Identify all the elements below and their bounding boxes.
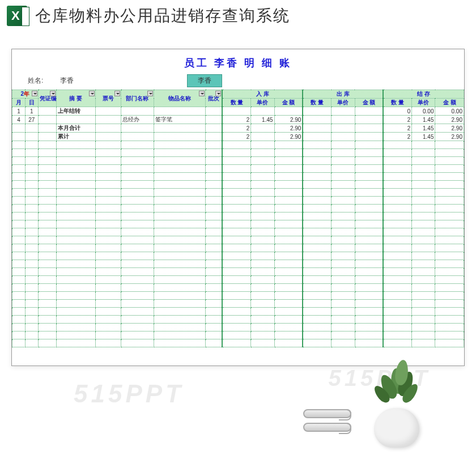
- cell-in-amt[interactable]: [274, 157, 303, 165]
- cell-month[interactable]: [12, 205, 26, 212]
- cell-in-price[interactable]: [251, 173, 274, 181]
- cell-ticket[interactable]: [95, 133, 121, 141]
- cell-month[interactable]: [12, 244, 26, 252]
- cell-summary[interactable]: [56, 292, 95, 300]
- cell-summary[interactable]: [56, 165, 95, 173]
- cell-item[interactable]: [154, 228, 206, 236]
- cell-month[interactable]: [12, 173, 26, 181]
- dropdown-icon[interactable]: [89, 91, 95, 96]
- cell-code[interactable]: [38, 205, 56, 212]
- cell-day[interactable]: [25, 149, 38, 157]
- cell-out-price[interactable]: [332, 308, 355, 316]
- cell-day[interactable]: [25, 300, 38, 308]
- cell-out-amt[interactable]: [355, 107, 383, 116]
- cell-summary[interactable]: [56, 339, 95, 347]
- cell-in-amt[interactable]: [274, 300, 303, 308]
- cell-out-qty[interactable]: [303, 332, 331, 339]
- cell-item[interactable]: [154, 308, 206, 316]
- cell-ticket[interactable]: [95, 141, 121, 149]
- cell-code[interactable]: [38, 173, 56, 181]
- cell-bal-amt[interactable]: 2.90: [435, 124, 464, 133]
- cell-out-qty[interactable]: [303, 276, 331, 284]
- cell-summary[interactable]: 本月合计: [56, 124, 95, 133]
- cell-out-qty[interactable]: [303, 197, 331, 205]
- cell-dept[interactable]: [121, 165, 154, 173]
- cell-summary[interactable]: [56, 141, 95, 149]
- cell-bal-qty[interactable]: [383, 268, 411, 276]
- cell-day[interactable]: [25, 220, 38, 228]
- cell-month[interactable]: [12, 300, 26, 308]
- cell-day[interactable]: [25, 124, 38, 133]
- cell-out-qty[interactable]: [303, 252, 331, 260]
- cell-out-amt[interactable]: [355, 157, 383, 165]
- cell-bal-qty[interactable]: [383, 165, 411, 173]
- table-row[interactable]: 本月合计22.9021.452.90: [12, 124, 464, 133]
- cell-summary[interactable]: [56, 197, 95, 205]
- cell-dept[interactable]: [121, 236, 154, 244]
- cell-in-qty[interactable]: [222, 220, 250, 228]
- cell-in-qty[interactable]: [222, 173, 250, 181]
- cell-day[interactable]: [25, 212, 38, 220]
- cell-item[interactable]: [154, 292, 206, 300]
- cell-out-price[interactable]: [332, 228, 355, 236]
- cell-bal-amt[interactable]: [435, 205, 464, 212]
- cell-dept[interactable]: [121, 300, 154, 308]
- cell-out-price[interactable]: [332, 181, 355, 189]
- cell-month[interactable]: [12, 212, 26, 220]
- cell-out-price[interactable]: [332, 205, 355, 212]
- cell-batch[interactable]: [206, 189, 223, 197]
- cell-month[interactable]: [12, 332, 26, 339]
- cell-batch[interactable]: [206, 252, 223, 260]
- cell-in-price[interactable]: [251, 124, 274, 133]
- cell-in-amt[interactable]: [274, 165, 303, 173]
- cell-out-price[interactable]: [332, 236, 355, 244]
- cell-in-price[interactable]: [251, 165, 274, 173]
- cell-code[interactable]: [38, 268, 56, 276]
- cell-batch[interactable]: [206, 339, 223, 347]
- cell-out-amt[interactable]: [355, 276, 383, 284]
- cell-day[interactable]: [25, 157, 38, 165]
- table-row[interactable]: [12, 332, 464, 339]
- cell-batch[interactable]: [206, 284, 223, 292]
- cell-item[interactable]: [154, 173, 206, 181]
- cell-ticket[interactable]: [95, 292, 121, 300]
- cell-in-amt[interactable]: [274, 107, 303, 116]
- cell-out-price[interactable]: [332, 133, 355, 141]
- cell-out-amt[interactable]: [355, 339, 383, 347]
- cell-bal-amt[interactable]: [435, 332, 464, 339]
- cell-bal-amt[interactable]: [435, 284, 464, 292]
- cell-ticket[interactable]: [95, 300, 121, 308]
- table-row[interactable]: [12, 324, 464, 332]
- cell-bal-amt[interactable]: 2.90: [435, 133, 464, 141]
- table-row[interactable]: [12, 228, 464, 236]
- cell-bal-amt[interactable]: [435, 197, 464, 205]
- cell-bal-amt[interactable]: [435, 181, 464, 189]
- cell-out-amt[interactable]: [355, 252, 383, 260]
- cell-dept[interactable]: [121, 149, 154, 157]
- cell-day[interactable]: [25, 244, 38, 252]
- cell-bal-qty[interactable]: [383, 332, 411, 339]
- cell-day[interactable]: [25, 292, 38, 300]
- cell-month[interactable]: [12, 236, 26, 244]
- cell-out-price[interactable]: [332, 141, 355, 149]
- cell-out-qty[interactable]: [303, 339, 331, 347]
- cell-code[interactable]: [38, 149, 56, 157]
- cell-summary[interactable]: [56, 157, 95, 165]
- cell-item[interactable]: [154, 324, 206, 332]
- table-row[interactable]: [12, 157, 464, 165]
- cell-in-qty[interactable]: [222, 292, 250, 300]
- cell-bal-price[interactable]: [412, 149, 435, 157]
- cell-in-amt[interactable]: [274, 181, 303, 189]
- table-row[interactable]: [12, 316, 464, 324]
- cell-out-price[interactable]: [332, 252, 355, 260]
- cell-out-qty[interactable]: [303, 308, 331, 316]
- cell-out-qty[interactable]: [303, 292, 331, 300]
- cell-out-price[interactable]: [332, 173, 355, 181]
- cell-day[interactable]: [25, 181, 38, 189]
- cell-item[interactable]: [154, 276, 206, 284]
- cell-out-amt[interactable]: [355, 236, 383, 244]
- cell-dept[interactable]: [121, 244, 154, 252]
- cell-bal-amt[interactable]: [435, 149, 464, 157]
- cell-in-qty[interactable]: [222, 316, 250, 324]
- cell-in-price[interactable]: [251, 308, 274, 316]
